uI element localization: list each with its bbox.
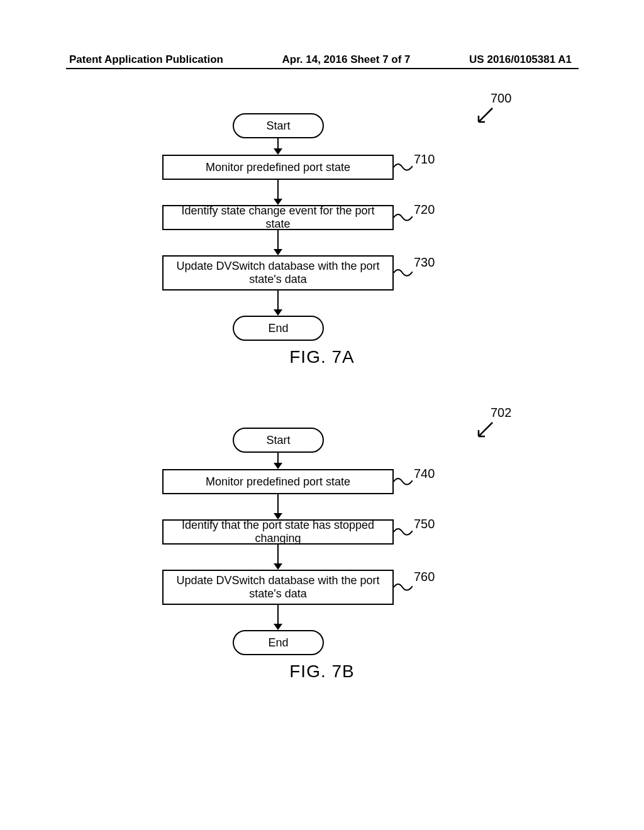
arrow-line [277,290,279,311]
terminal-end-b: End [233,630,324,655]
squiggle-connector-icon [394,474,413,489]
header-right: US 2016/0105381 A1 [469,53,572,66]
arrow-head-icon [274,309,282,316]
ref-label-a3: 730 [414,255,435,270]
ref-label-b1: 740 [414,467,435,481]
ref-arrow-icon [475,420,495,440]
ref-label-main-a: 700 [491,91,511,106]
page-header: Patent Application Publication Apr. 14, … [0,53,644,66]
arrow-head-icon [274,249,282,255]
arrow-head-icon [274,463,282,469]
process-a2: Identify state change event for the port… [162,205,394,230]
squiggle-connector-icon [394,210,413,225]
header-left: Patent Application Publication [69,53,223,66]
ref-label-main-b: 702 [491,406,511,420]
process-b2: Identify that the port state has stopped… [162,519,394,545]
arrow-head-icon [274,148,282,155]
header-rule [66,68,579,69]
header-center: Apr. 14, 2016 Sheet 7 of 7 [282,53,410,66]
squiggle-connector-icon [394,524,413,540]
arrow-line [277,494,279,514]
arrow-line [277,545,279,565]
arrow-line [277,605,279,625]
squiggle-connector-icon [394,580,413,595]
ref-label-b2: 750 [414,517,435,531]
ref-label-a2: 720 [414,202,435,217]
process-a3: Update DVSwitch database with the port s… [162,255,394,290]
arrow-head-icon [274,624,282,630]
process-b3: Update DVSwitch database with the port s… [162,570,394,605]
ref-arrow-icon [475,106,495,126]
arrow-line [277,230,279,250]
arrow-head-icon [274,563,282,570]
squiggle-connector-icon [394,265,413,280]
squiggle-connector-icon [394,160,413,175]
figure-caption-a: FIG. 7A [0,347,644,367]
terminal-start-a: Start [233,113,324,138]
process-b1: Monitor predefined port state [162,469,394,494]
figure-caption-b: FIG. 7B [0,661,644,682]
arrow-line [277,180,279,200]
ref-label-a1: 710 [414,152,435,167]
terminal-start-b: Start [233,428,324,453]
ref-label-b3: 760 [414,570,435,584]
process-a1: Monitor predefined port state [162,155,394,180]
terminal-end-a: End [233,316,324,341]
